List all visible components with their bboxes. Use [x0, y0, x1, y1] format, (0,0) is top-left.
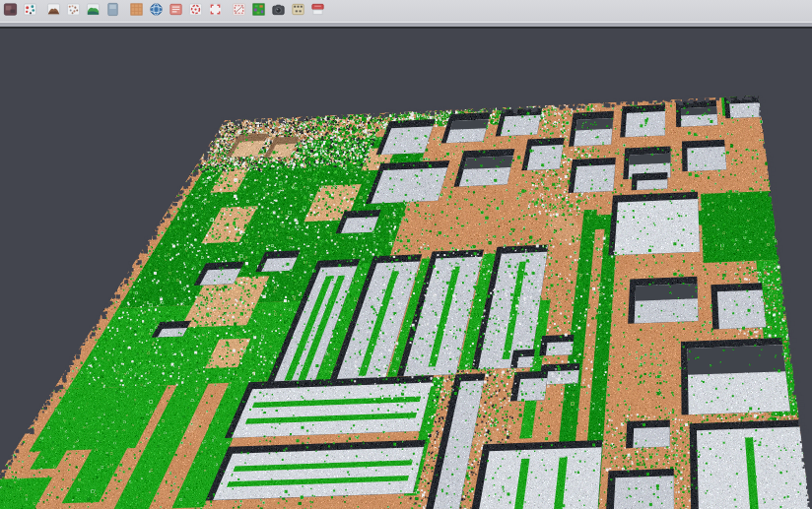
- align-icon: [23, 2, 37, 17]
- toolbar-button-align[interactable]: [21, 0, 39, 19]
- toolbar-button-delete[interactable]: [308, 0, 327, 19]
- target-icon: [188, 2, 203, 17]
- toolbar-button-dem[interactable]: [84, 0, 102, 19]
- delete-icon: [310, 2, 325, 17]
- toolbar-group: [230, 0, 327, 19]
- app-toolbar: [0, 0, 812, 23]
- texture-icon: [105, 2, 120, 17]
- photo-icon: [3, 2, 18, 17]
- terrain-icon: [46, 2, 61, 17]
- ortho-icon: [129, 2, 144, 17]
- toolbar-group: [127, 0, 225, 19]
- globe-icon: [149, 2, 164, 17]
- toolbar-group: [44, 0, 122, 19]
- selection-corners-icon: [208, 2, 223, 17]
- toolbar-button-ortho[interactable]: [127, 0, 146, 19]
- film-icon: [291, 2, 305, 17]
- toolbar-button-terrain[interactable]: [44, 0, 63, 19]
- toolbar-button-texture[interactable]: [103, 0, 122, 19]
- classification-icon: [251, 2, 266, 17]
- crop-icon: [232, 2, 246, 17]
- points-icon: [66, 2, 81, 17]
- dem-icon: [86, 2, 101, 17]
- toolbar-button-camera[interactable]: [269, 0, 288, 19]
- toolbar-group: [1, 0, 39, 19]
- model-viewport: [0, 29, 812, 509]
- toolbar-button-selection-corners[interactable]: [206, 0, 225, 19]
- toolbar-button-report[interactable]: [167, 0, 185, 19]
- toolbar-button-photo[interactable]: [1, 0, 20, 19]
- toolbar-button-film[interactable]: [289, 0, 307, 19]
- report-icon: [169, 2, 183, 17]
- toolbar-button-points[interactable]: [64, 0, 83, 19]
- point-cloud-view-canvas[interactable]: [0, 29, 812, 509]
- camera-icon: [271, 2, 286, 17]
- toolbar-button-crop[interactable]: [230, 0, 248, 19]
- toolbar-button-globe[interactable]: [147, 0, 166, 19]
- toolbar-button-classification[interactable]: [249, 0, 268, 19]
- toolbar-button-target[interactable]: [186, 0, 205, 19]
